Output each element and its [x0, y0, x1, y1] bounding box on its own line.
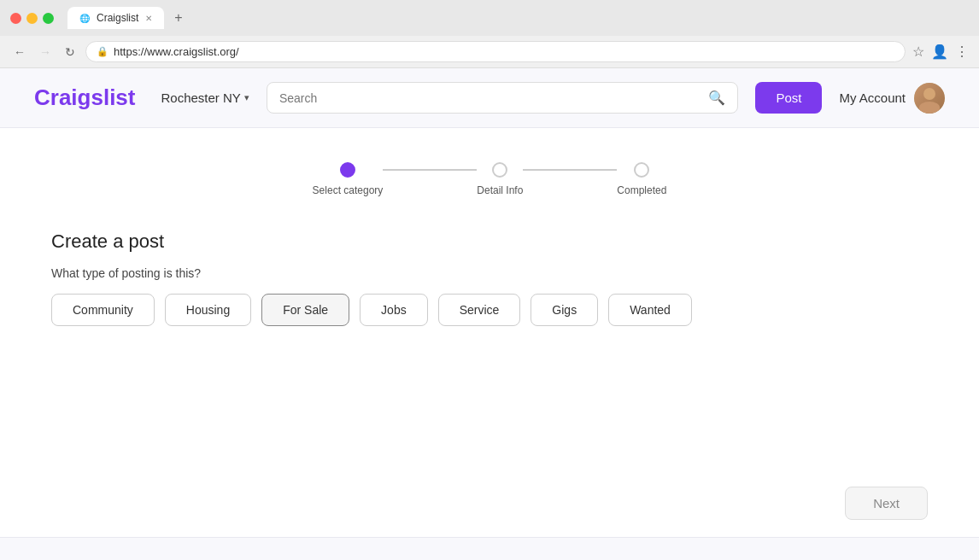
stepper-step-1: Select category — [313, 162, 384, 196]
logo[interactable]: Craigslist — [34, 85, 136, 111]
create-post-title: Create a post — [51, 230, 928, 253]
dot-red[interactable] — [10, 13, 21, 24]
search-input[interactable] — [279, 91, 702, 105]
bottom-bar: Next — [0, 470, 979, 537]
address-text: https://www.craigslist.org/ — [114, 45, 239, 58]
forward-button[interactable]: → — [36, 44, 55, 61]
location-text: Rochester NY — [161, 90, 241, 105]
chevron-down-icon: ▾ — [244, 92, 249, 103]
category-btn-for-sale[interactable]: For Sale — [261, 294, 349, 326]
avatar-image — [914, 83, 945, 114]
location-selector[interactable]: Rochester NY ▾ — [161, 90, 249, 105]
step-label-2: Detail Info — [477, 184, 523, 196]
step-connector-2 — [523, 169, 617, 171]
posting-type-question: What type of posting is this? — [51, 266, 928, 280]
step-circle-2 — [492, 162, 507, 178]
browser-toolbar: ← → ↻ 🔒 https://www.craigslist.org/ ☆ 👤 … — [0, 36, 979, 67]
tab-title: Craigslist — [97, 12, 138, 24]
category-btn-service[interactable]: Service — [438, 294, 521, 326]
category-btn-gigs[interactable]: Gigs — [531, 294, 598, 326]
lock-icon: 🔒 — [97, 46, 108, 57]
stepper: Select category Detail Info Completed — [51, 162, 928, 196]
step-connector-1 — [383, 169, 477, 171]
step-circle-3 — [634, 162, 649, 178]
tab-favicon: 🌐 — [79, 14, 90, 23]
category-btn-jobs[interactable]: Jobs — [360, 294, 428, 326]
browser-dots — [10, 13, 54, 24]
step-label-3: Completed — [617, 184, 666, 196]
browser-titlebar: 🌐 Craigslist ✕ + — [0, 0, 979, 36]
browser-tab[interactable]: 🌐 Craigslist ✕ — [67, 7, 164, 29]
category-buttons: Community Housing For Sale Jobs Service … — [51, 294, 928, 326]
dot-green[interactable] — [43, 13, 54, 24]
post-button[interactable]: Post — [755, 82, 822, 114]
next-button[interactable]: Next — [845, 487, 928, 520]
bookmark-button[interactable]: ☆ — [912, 44, 924, 60]
my-account[interactable]: My Account — [839, 83, 945, 114]
category-btn-community[interactable]: Community — [51, 294, 155, 326]
tab-close-icon[interactable]: ✕ — [145, 14, 152, 23]
browser-account-button[interactable]: 👤 — [931, 44, 948, 60]
step-circle-1 — [340, 162, 355, 178]
stepper-step-2: Detail Info — [477, 162, 523, 196]
my-account-label: My Account — [839, 90, 906, 105]
address-bar[interactable]: 🔒 https://www.craigslist.org/ — [85, 41, 906, 62]
category-btn-housing[interactable]: Housing — [165, 294, 251, 326]
stepper-step-3: Completed — [617, 162, 666, 196]
main-content: Select category Detail Info Completed Cr… — [0, 128, 979, 470]
back-button[interactable]: ← — [10, 44, 29, 61]
browser-menu-button[interactable]: ⋮ — [955, 44, 969, 60]
step-label-1: Select category — [313, 184, 384, 196]
category-btn-wanted[interactable]: Wanted — [608, 294, 692, 326]
reload-button[interactable]: ↻ — [62, 44, 79, 61]
search-bar: 🔍 — [267, 82, 739, 114]
new-tab-button[interactable]: + — [174, 10, 182, 26]
avatar — [914, 83, 945, 114]
app-header: Craigslist Rochester NY ▾ 🔍 Post My Acco… — [0, 68, 979, 128]
footer: English ▾ Company Support Discovery — [0, 537, 979, 560]
search-icon[interactable]: 🔍 — [708, 90, 725, 106]
browser-chrome: 🌐 Craigslist ✕ + ← → ↻ 🔒 https://www.cra… — [0, 0, 979, 68]
dot-yellow[interactable] — [26, 13, 38, 24]
